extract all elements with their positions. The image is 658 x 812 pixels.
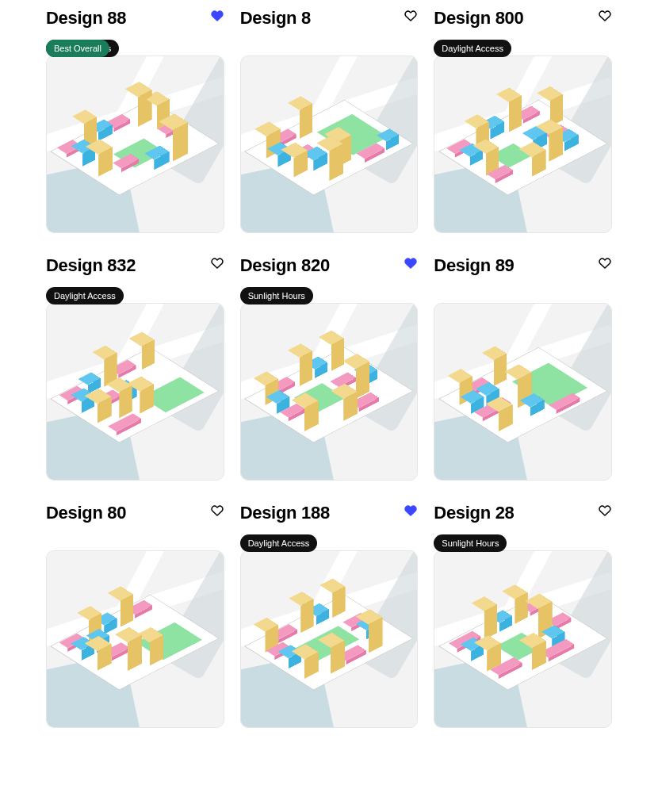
design-card[interactable] [240, 56, 419, 233]
design-title: Design 89 [434, 255, 514, 276]
design-cell: Design 88 Best OverallSunlight Hours [46, 0, 224, 247]
design-cell: Design 8 [240, 0, 419, 247]
badge: Daylight Access [240, 534, 318, 552]
design-title-row: Design 88 [46, 0, 224, 29]
design-card[interactable] [46, 303, 224, 481]
design-card[interactable] [240, 550, 419, 728]
design-cell: Design 89 [434, 247, 612, 495]
design-title-row: Design 820 [240, 247, 419, 276]
design-title: Design 800 [434, 8, 523, 29]
heart-filled-icon[interactable] [404, 504, 418, 518]
design-title: Design 8 [240, 8, 311, 29]
design-title: Design 88 [46, 8, 126, 29]
badge: Daylight Access [46, 287, 124, 304]
design-title: Design 80 [46, 503, 126, 523]
badge: Sunlight Hours [434, 534, 507, 552]
design-title: Design 28 [434, 503, 514, 523]
heart-outline-icon[interactable] [598, 9, 612, 23]
heart-outline-icon[interactable] [404, 9, 418, 23]
badge-row: Best OverallSunlight Hours [46, 40, 119, 57]
design-title-row: Design 8 [240, 0, 419, 29]
badge-row: Daylight Access [46, 287, 124, 304]
heart-outline-icon[interactable] [210, 504, 224, 518]
design-title-row: Design 800 [434, 0, 612, 29]
design-cell: Design 80 [46, 495, 224, 742]
design-title-row: Design 28 [434, 495, 612, 523]
badge-row: Daylight Access [240, 534, 318, 552]
design-card[interactable] [434, 550, 612, 728]
design-title-row: Design 832 [46, 247, 224, 276]
heart-outline-icon[interactable] [598, 256, 612, 270]
heart-filled-icon[interactable] [404, 256, 418, 270]
design-title: Design 832 [46, 255, 136, 276]
badge: Sunlight Hours [240, 287, 313, 304]
badge: Daylight Access [434, 40, 511, 57]
design-card[interactable] [240, 303, 419, 481]
heart-outline-icon[interactable] [210, 256, 224, 270]
badge-row: Sunlight Hours [240, 287, 313, 304]
heart-filled-icon[interactable] [210, 9, 224, 23]
design-title-row: Design 188 [240, 495, 419, 523]
design-cell: Design 28 Sunlight Hours [434, 495, 612, 742]
design-cell: Design 800 Daylight Access [434, 0, 612, 247]
design-card[interactable] [434, 56, 612, 233]
badge-row: Sunlight Hours [434, 534, 507, 552]
design-title-row: Design 89 [434, 247, 612, 276]
badge-row: Daylight Access [434, 40, 511, 57]
design-card[interactable] [434, 303, 612, 481]
design-cell: Design 820 Sunlight Hours [240, 247, 419, 495]
design-cell: Design 832 Daylight Access [46, 247, 224, 495]
design-card[interactable] [46, 56, 224, 233]
design-card[interactable] [46, 550, 224, 728]
design-title: Design 188 [240, 503, 330, 523]
heart-outline-icon[interactable] [598, 504, 612, 518]
design-title-row: Design 80 [46, 495, 224, 523]
design-title: Design 820 [240, 255, 330, 276]
badge: Best Overall [46, 40, 109, 57]
design-cell: Design 188 Daylight Access [240, 495, 419, 742]
